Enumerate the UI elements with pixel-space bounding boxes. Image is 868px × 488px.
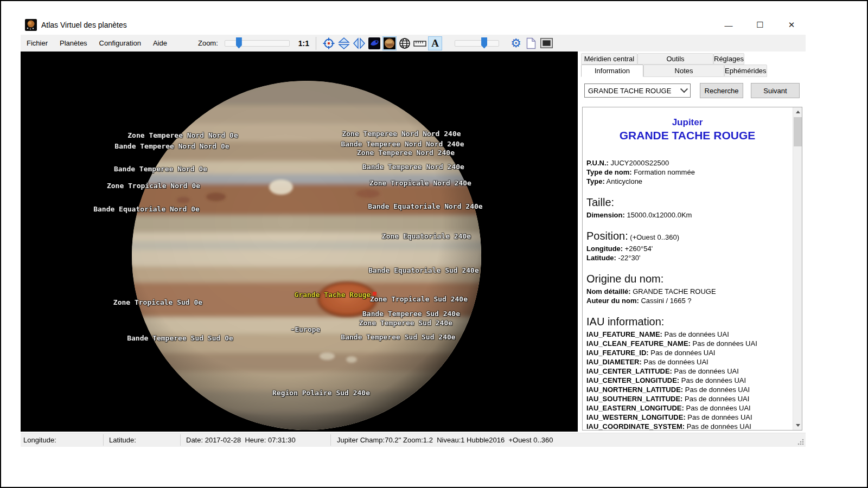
planet-label: Bande Equatoriale Nord 0e (93, 205, 200, 213)
menu-item[interactable]: Configuration (93, 39, 147, 47)
detail-slider-thumb[interactable] (481, 37, 487, 49)
info-field: Latitude: -22°30' (586, 253, 788, 262)
planet-label: Zone Equatoriale 240e (382, 232, 471, 240)
iau-field: IAU_SOUTHERN_LATITUDE: Pas de données UA… (586, 394, 788, 403)
planet-label: Bande Temperee Nord Nord 0e (114, 142, 229, 150)
minimize-button[interactable]: — (722, 18, 735, 31)
status-separator (180, 434, 181, 446)
tab[interactable]: Information (581, 65, 643, 77)
new-document-icon[interactable] (524, 36, 538, 50)
info-content-area: Jupiter GRANDE TACHE ROUGE P.U.N.: JUCY2… (582, 107, 802, 431)
iau-fields: IAU_FEATURE_NAME: Pas de données UAIIAU_… (586, 330, 788, 430)
planet-label: Zone Temperee Sud 240e (359, 319, 452, 327)
zoom-slider[interactable] (225, 40, 290, 47)
status-bar: Longitude: Latitude: Date: 2017-02-28 He… (21, 433, 806, 447)
scrollbar-thumb[interactable] (794, 117, 802, 146)
planet-label: Bande Equatoriale Nord 240e (368, 202, 482, 210)
info-field: Auteur du nom: Cassini / 1665 ? (586, 296, 788, 305)
planet-view-canvas[interactable]: Zone Temperee Nord Nord 0eBande Temperee… (21, 52, 578, 432)
tab-row-top: Méridien centralOutilsRéglages (581, 53, 804, 65)
planet-label: Bande Temperee Sud Sud 0e (127, 334, 233, 342)
planet-label-layer: Zone Temperee Nord Nord 0eBande Temperee… (21, 52, 578, 432)
text-labels-icon[interactable]: A (428, 36, 442, 50)
iau-field: IAU_DIAMETER: Pas de données UAI (586, 357, 788, 367)
close-button[interactable]: ✕ (785, 18, 798, 31)
planet-jupiter-icon[interactable] (382, 36, 397, 50)
suivant-button[interactable]: Suivant (751, 83, 800, 98)
info-field: Type de nom: Formation nommée (586, 168, 788, 177)
iau-field: IAU_EASTERN_LONGITUDE: Pas de données UA… (586, 403, 788, 413)
recherche-button[interactable]: Recherche (700, 83, 743, 98)
planet-label: Bande Temperee Sud Sud 240e (341, 333, 455, 341)
planet-label: Bande Temperee Nord 240e (362, 163, 464, 171)
feature-info: Jupiter GRANDE TACHE ROUGE P.U.N.: JUCY2… (583, 107, 793, 430)
origine-fields: Nom détaillé: GRANDE TACHE ROUGEAuteur d… (586, 287, 788, 305)
position-fields: Longitude: +260°54'Latitude: -22°30' (586, 244, 788, 262)
planet-label: Grande Tache Rouge (295, 291, 371, 299)
flip-horizontal-icon[interactable] (352, 36, 366, 50)
flip-vertical-icon[interactable] (337, 36, 351, 50)
taille-heading: Taille: (586, 196, 788, 209)
menu-item[interactable]: Planètes (54, 39, 93, 47)
planet-label: Zone Tropicale Nord 0e (107, 182, 200, 190)
app-icon (25, 19, 37, 31)
status-longitude: Longitude: (23, 436, 56, 444)
info-field: Dimension: 15000.0x12000.0Km (586, 210, 788, 220)
tab[interactable]: Outils (637, 53, 713, 65)
iau-field: IAU_WESTERN_LONGITUDE: Pas de données UA… (586, 413, 788, 422)
planet-label: Bande Temperee Nord 0e (114, 165, 207, 173)
tab-row-bottom: InformationNotesEphémérides (581, 65, 804, 77)
iau-field: IAU_CLEAN_FEATURE_NAME: Pas de données U… (586, 339, 788, 348)
planet-label: Zone Tropicale Nord 240e (369, 179, 471, 187)
settings-gear-icon[interactable]: ⚙ (509, 36, 523, 50)
menu-item[interactable]: Aide (147, 39, 173, 47)
status-separator (103, 434, 104, 446)
chevron-down-icon[interactable] (678, 88, 690, 93)
feature-marker-icon (373, 292, 376, 296)
menu-bar: FichierPlanètesConfigurationAide (21, 39, 173, 47)
info-field: Type: Anticyclone (586, 177, 788, 186)
position-heading: Position: (+Ouest 0..360) (586, 230, 788, 242)
screen-capture-icon[interactable] (539, 36, 553, 50)
zoom-slider-thumb[interactable] (236, 37, 242, 49)
planet-name-title: Jupiter (586, 117, 788, 128)
feature-combobox[interactable]: GRANDE TACHE ROUGE (584, 84, 691, 98)
tab[interactable]: Méridien central (581, 53, 637, 65)
planet-label: Zone Tropicale Sud 240e (370, 295, 468, 303)
ratio-label: 1:1 (298, 39, 309, 48)
tab[interactable]: Réglages (713, 53, 744, 65)
iau-field: IAU_CENTER_LATITUDE: Pas de données UAI (586, 367, 788, 376)
tab[interactable]: Ephémérides (724, 65, 767, 77)
menu-item[interactable]: Fichier (21, 39, 54, 47)
center-target-icon[interactable] (322, 36, 336, 50)
globe-grid-icon[interactable] (398, 36, 412, 50)
info-field: Longitude: +260°54' (586, 244, 788, 253)
text-labels-glyph: A (431, 37, 439, 49)
feature-name-title: GRANDE TACHE ROUGE (586, 129, 788, 142)
planet-label: Region Polaire Sud 240e (272, 389, 370, 397)
sidebar-panel: Méridien centralOutilsRéglages Informati… (579, 52, 806, 432)
planet-texture-icon[interactable] (367, 36, 381, 50)
iau-field: IAU_FEATURE_NAME: Pas de données UAI (586, 330, 788, 339)
menu-toolbar: FichierPlanètesConfigurationAide Zoom: 1… (21, 35, 806, 52)
tab[interactable]: Notes (643, 65, 724, 77)
scroll-down-icon[interactable] (793, 421, 802, 430)
ruler-icon[interactable] (413, 36, 427, 50)
toolbar-separator (316, 37, 316, 50)
origine-heading: Origine du nom: (586, 273, 788, 285)
screenshot-frame: Atlas Virtuel des planètes — ☐ ✕ Fichier… (0, 0, 868, 488)
info-scrollbar[interactable] (793, 107, 802, 430)
planet-label: Bande Equatoriale Sud 240e (368, 266, 479, 274)
status-view-info: Jupiter Champ:70.2'' Zoom:1.2 Niveau:1 H… (337, 436, 553, 444)
iau-field: IAU_CENTER_LONGITUDE: Pas de données UAI (586, 376, 788, 385)
planet-label: Zone Temperee Nord Nord 0e (127, 131, 238, 139)
info-field: P.U.N.: JUCY2000S22500 (586, 158, 788, 168)
resize-grip[interactable] (797, 438, 805, 446)
detail-slider[interactable] (455, 40, 499, 47)
planet-label: Bande Temperee Nord Nord 240e (341, 140, 464, 148)
scroll-up-icon[interactable] (793, 107, 802, 117)
maximize-button[interactable]: ☐ (754, 18, 767, 31)
planet-label: Bande Temperee Sud 240e (362, 310, 460, 318)
title-bar: Atlas Virtuel des planètes — ☐ ✕ (21, 16, 806, 35)
status-separator (330, 434, 331, 446)
